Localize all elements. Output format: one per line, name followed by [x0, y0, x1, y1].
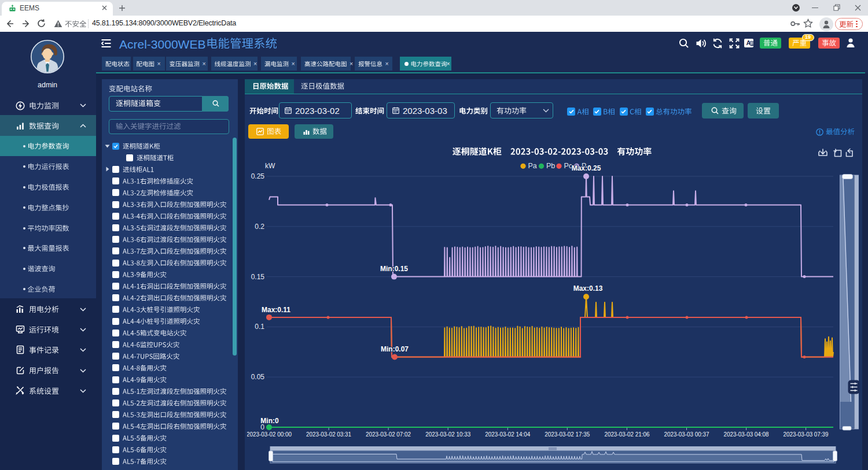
svg-text:0.2: 0.2 — [255, 223, 264, 231]
svg-text:Min:0: Min:0 — [260, 417, 279, 425]
svg-text:2023-03-02 21:06: 2023-03-02 21:06 — [604, 431, 649, 438]
svg-text:Min:0.07: Min:0.07 — [381, 345, 409, 353]
svg-text:2023-03-02 17:35: 2023-03-02 17:35 — [545, 431, 590, 438]
svg-text:Max:0.11: Max:0.11 — [262, 306, 290, 314]
svg-text:kW: kW — [265, 162, 275, 170]
svg-text:0.1: 0.1 — [255, 323, 264, 331]
svg-text:2023-03-03 07:39: 2023-03-03 07:39 — [784, 431, 829, 438]
svg-text:0.05: 0.05 — [251, 373, 265, 381]
svg-text:Pa: Pa — [528, 162, 537, 170]
svg-text:0.25: 0.25 — [251, 172, 265, 180]
svg-text:Min:0.15: Min:0.15 — [380, 265, 408, 273]
svg-text:2023-03-02 00:00: 2023-03-02 00:00 — [247, 431, 292, 438]
svg-text:2023-03-02 07:02: 2023-03-02 07:02 — [366, 431, 411, 438]
svg-text:2023-03-02 14:04: 2023-03-02 14:04 — [485, 431, 531, 438]
svg-text:2023-03-02 10:33: 2023-03-02 10:33 — [425, 431, 470, 438]
svg-text:2023-03-03 00:37: 2023-03-03 00:37 — [664, 431, 709, 438]
svg-text:2023-03-02 03:31: 2023-03-02 03:31 — [306, 431, 351, 438]
svg-text:Max:0.25: Max:0.25 — [572, 164, 601, 172]
svg-text:2023-03-03 04:08: 2023-03-03 04:08 — [724, 431, 769, 438]
svg-text:Max:0.13: Max:0.13 — [573, 284, 603, 293]
svg-text:Pb: Pb — [546, 162, 555, 170]
svg-text:0.15: 0.15 — [251, 273, 265, 281]
